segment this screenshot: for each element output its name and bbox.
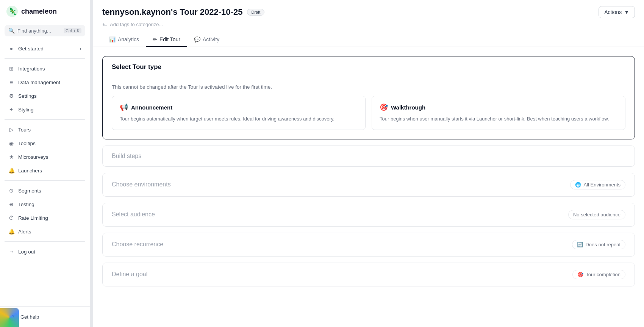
- tags-row[interactable]: 🏷 Add tags to categorize...: [102, 21, 635, 27]
- get-started-icon: ●: [8, 45, 14, 52]
- sidebar-item-tooltips[interactable]: ◉ Tooltips: [2, 137, 88, 150]
- select-audience-title: Select audience: [112, 211, 562, 218]
- sidebar-logo: 🦎 chameleon: [0, 0, 90, 23]
- define-goal-title: Define a goal: [112, 271, 566, 278]
- status-badge: Draft: [247, 9, 264, 16]
- actions-arrow-icon: ▼: [624, 9, 629, 15]
- goal-value[interactable]: 🎯 Tour completion: [572, 270, 625, 279]
- cannot-change-text: This cannot be changed after the Tour is…: [103, 78, 635, 96]
- announcement-title: 📢 Announcement: [120, 103, 358, 111]
- walkthrough-option[interactable]: 🎯 Walkthrough Tour begins when user manu…: [372, 96, 625, 130]
- sidebar-item-launchers[interactable]: 🔔 Launchers: [2, 164, 88, 177]
- audience-label: No selected audience: [573, 212, 621, 217]
- tag-icon: 🏷: [102, 21, 108, 27]
- main-content: tennyson.kaynon's Tour 2022-10-25 Draft …: [93, 0, 644, 327]
- announcement-option[interactable]: 📢 Announcement Tour begins automatically…: [112, 96, 366, 130]
- tab-analytics-label: Analytics: [118, 36, 139, 42]
- sidebar-item-label: Integrations: [18, 66, 45, 72]
- section-title: Select Tour type: [112, 63, 161, 71]
- styling-icon: ✦: [8, 106, 14, 113]
- environments-value[interactable]: 🌐 All Environments: [570, 180, 625, 189]
- sidebar-item-microsurveys[interactable]: ★ Microsurveys: [2, 150, 88, 163]
- walkthrough-label: Walkthrough: [391, 104, 425, 111]
- sidebar-item-label: Microsurveys: [18, 154, 48, 160]
- choose-environments-title: Choose environments: [112, 181, 564, 188]
- sidebar-item-label: Get started: [18, 46, 44, 52]
- search-bar[interactable]: 🔍 Find anything... Ctrl + K: [5, 25, 85, 36]
- testing-icon: ⊕: [8, 201, 14, 207]
- recurrence-icon: 🔄: [577, 242, 583, 247]
- sidebar-item-tours[interactable]: ▷ Tours: [2, 123, 88, 136]
- choose-recurrence-title: Choose recurrence: [112, 241, 566, 248]
- chameleon-logo-icon: 🦎: [6, 5, 18, 17]
- walkthrough-description: Tour begins when user manually starts it…: [380, 115, 617, 123]
- tabs-row: 📊 Analytics ✏ Edit Tour 💬 Activity: [102, 33, 635, 47]
- page-title: tennyson.kaynon's Tour 2022-10-25: [102, 7, 242, 17]
- sidebar-item-integrations[interactable]: ⊞ Integrations: [2, 62, 88, 75]
- segments-icon: ⊙: [8, 188, 14, 194]
- resize-handle[interactable]: [90, 0, 93, 327]
- sidebar-item-label: Styling: [18, 107, 34, 113]
- tags-placeholder: Add tags to categorize...: [110, 22, 163, 27]
- get-help-label: Get help: [20, 314, 39, 320]
- analytics-icon: 📊: [109, 36, 116, 42]
- tours-icon: ▷: [8, 127, 14, 133]
- launchers-icon: 🔔: [8, 167, 14, 174]
- choose-environments-section[interactable]: Choose environments 🌐 All Environments: [102, 173, 635, 197]
- sidebar-accent: [0, 308, 19, 327]
- sidebar-item-testing[interactable]: ⊕ Testing: [2, 198, 88, 211]
- search-placeholder: Find anything...: [17, 28, 61, 34]
- search-shortcut: Ctrl + K: [64, 28, 81, 33]
- sidebar-item-label: Launchers: [18, 168, 42, 174]
- settings-icon: ⚙: [8, 93, 14, 99]
- sidebar-item-styling[interactable]: ✦ Styling: [2, 103, 88, 116]
- sidebar-item-settings[interactable]: ⚙ Settings: [2, 89, 88, 102]
- announcement-icon: 📢: [120, 103, 128, 111]
- sidebar-item-get-started[interactable]: ● Get started ›: [2, 42, 88, 55]
- sidebar-divider-2: [5, 119, 85, 120]
- sidebar-item-segments[interactable]: ⊙ Segments: [2, 184, 88, 197]
- activity-icon: 💬: [194, 36, 200, 42]
- sidebar-item-alerts[interactable]: 🔔 Alerts: [2, 225, 88, 238]
- goal-icon: 🎯: [577, 272, 583, 277]
- log-out-icon: →: [8, 249, 14, 255]
- tab-edit-tour[interactable]: ✏ Edit Tour: [146, 33, 187, 47]
- header-top: tennyson.kaynon's Tour 2022-10-25 Draft …: [102, 6, 635, 18]
- environments-icon: 🌐: [575, 182, 581, 188]
- environments-label: All Environments: [583, 182, 621, 188]
- sidebar-item-rate-limiting[interactable]: ⏱ Rate Limiting: [2, 211, 88, 224]
- sidebar-item-label: Settings: [18, 93, 37, 99]
- content-area: Select Tour type This cannot be changed …: [93, 47, 644, 302]
- sidebar-item-label: Testing: [18, 202, 34, 207]
- tab-analytics[interactable]: 📊 Analytics: [102, 33, 146, 47]
- choose-recurrence-section[interactable]: Choose recurrence 🔄 Does not repeat: [102, 233, 635, 257]
- tooltips-icon: ◉: [8, 140, 14, 146]
- build-steps-title: Build steps: [112, 153, 625, 160]
- sidebar-item-label: Log out: [18, 249, 35, 255]
- rate-limiting-icon: ⏱: [8, 215, 14, 221]
- sidebar-item-log-out[interactable]: → Log out: [2, 245, 88, 258]
- actions-label: Actions: [604, 9, 622, 15]
- sidebar-item-label: Tooltips: [18, 141, 36, 146]
- tour-type-options: 📢 Announcement Tour begins automatically…: [103, 96, 635, 139]
- actions-button[interactable]: Actions ▼: [599, 6, 635, 18]
- define-goal-section[interactable]: Define a goal 🎯 Tour completion: [102, 263, 635, 286]
- tab-activity[interactable]: 💬 Activity: [187, 33, 226, 47]
- search-icon: 🔍: [8, 28, 14, 34]
- walkthrough-title: 🎯 Walkthrough: [380, 103, 617, 111]
- select-audience-section[interactable]: Select audience No selected audience: [102, 203, 635, 227]
- microsurveys-icon: ★: [8, 154, 14, 160]
- tab-activity-label: Activity: [203, 36, 219, 42]
- sidebar-item-data-management[interactable]: ≡ Data management: [2, 76, 88, 89]
- section-header: Select Tour type: [103, 56, 635, 78]
- sidebar-divider-4: [5, 241, 85, 242]
- tour-type-section: Select Tour type This cannot be changed …: [102, 56, 635, 139]
- svg-text:🦎: 🦎: [8, 7, 17, 16]
- page-header: tennyson.kaynon's Tour 2022-10-25 Draft …: [93, 0, 644, 47]
- sidebar-item-label: Data management: [18, 80, 60, 85]
- alerts-icon: 🔔: [8, 228, 14, 235]
- sidebar: 🦎 chameleon 🔍 Find anything... Ctrl + K …: [0, 0, 90, 327]
- build-steps-section[interactable]: Build steps: [102, 146, 635, 167]
- audience-value[interactable]: No selected audience: [568, 210, 625, 219]
- recurrence-value[interactable]: 🔄 Does not repeat: [572, 240, 625, 249]
